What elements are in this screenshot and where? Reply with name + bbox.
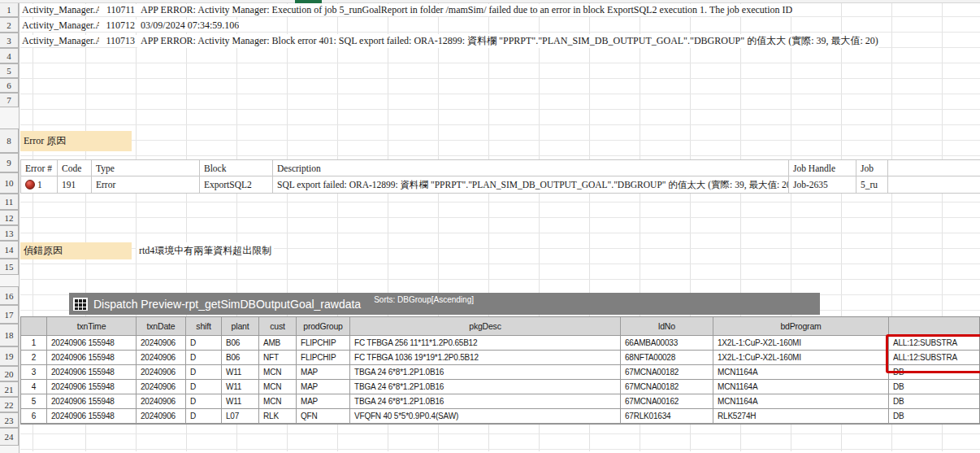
shift-cell[interactable]: D	[186, 409, 222, 423]
txnDate-cell[interactable]: 20240906	[137, 380, 186, 394]
prodGroup-cell[interactable]: MAP	[297, 394, 350, 408]
shift-cell[interactable]: D	[186, 351, 222, 364]
plant-cell[interactable]: W11	[222, 365, 259, 379]
log-file-cell[interactable]: Activity_Manager.AM.log	[20, 20, 99, 32]
code-cell[interactable]: 191	[58, 176, 92, 193]
log-line-cell[interactable]: 110711	[99, 4, 137, 16]
row-header-2[interactable]: 2	[0, 17, 19, 33]
extra-cell[interactable]: DB	[889, 380, 979, 394]
col-header-extra[interactable]	[889, 317, 979, 335]
shift-cell[interactable]: D	[186, 394, 222, 408]
txnTime-cell[interactable]: 20240906 155948	[47, 380, 137, 394]
prodGroup-cell[interactable]: FLIPCHIP	[297, 336, 350, 350]
log-file-cell[interactable]: Activity_Manager.AM.log	[20, 4, 99, 16]
row-header-14[interactable]: 14	[0, 241, 19, 259]
txnDate-cell[interactable]: 20240906	[137, 365, 186, 379]
txnDate-cell[interactable]: 20240906	[137, 351, 186, 364]
row-header-19[interactable]: 19	[0, 346, 19, 366]
row-header-6[interactable]: 6	[0, 78, 19, 93]
prodGroup-cell[interactable]: QFN	[297, 409, 350, 423]
col-header-job-handle[interactable]: Job Handle	[789, 160, 856, 176]
row-header-23[interactable]: 23	[0, 412, 19, 428]
cust-cell[interactable]: NFT	[259, 351, 297, 364]
plant-cell[interactable]: B06	[222, 351, 259, 364]
txnTime-cell[interactable]: 20240906 155948	[47, 394, 137, 408]
pkgDesc-cell[interactable]: FC TFBGA 256 11*11*1.2P0.65B12	[350, 336, 621, 350]
row-header-17[interactable]: 17	[0, 305, 19, 324]
job-handle-cell[interactable]: Job-2635	[789, 176, 856, 193]
plant-cell[interactable]: B06	[222, 336, 259, 350]
ldNo-cell[interactable]: 67RLK01634	[621, 409, 713, 423]
block-cell[interactable]: ExportSQL2	[200, 176, 273, 193]
error-cause-label-cell[interactable]: Error 原因	[20, 131, 132, 151]
row-header-22[interactable]: 22	[0, 397, 19, 412]
extra-cell[interactable]: DB	[889, 409, 979, 423]
txnTime-cell[interactable]: 20240906 155948	[47, 351, 137, 364]
type-cell[interactable]: Error	[92, 176, 200, 193]
pkgDesc-cell[interactable]: TBGA 24 6*8*1.2P1.0B16	[350, 365, 621, 379]
row-header-20[interactable]: 20	[0, 366, 19, 381]
bdProgram-cell[interactable]: MCN1164A	[713, 394, 889, 408]
col-header-pkgDesc[interactable]: pkgDesc	[350, 317, 621, 335]
col-header-txnTime[interactable]: txnTime	[47, 317, 137, 335]
log-message-cell[interactable]: APP ERROR: Activity Manager: Block error…	[137, 34, 878, 48]
pkgDesc-cell[interactable]: FC TFBGA 1036 19*19*1.2P0.5B12	[350, 351, 621, 364]
row-header-15[interactable]: 15	[0, 259, 19, 275]
row-header-8[interactable]: 8	[0, 128, 19, 153]
row-header-1[interactable]: 1	[0, 2, 19, 17]
ldNo-cell[interactable]: 67MCNA00162	[621, 394, 713, 408]
row-header-11[interactable]: 11	[0, 194, 19, 210]
seq-cell[interactable]: 2	[21, 351, 47, 364]
error-no-cell[interactable]: 1	[21, 176, 58, 193]
col-header-job[interactable]: Job	[856, 160, 888, 176]
debug-cause-label-cell[interactable]: 偵錯原因	[20, 242, 132, 259]
prodGroup-cell[interactable]: FLIPCHIP	[297, 351, 350, 364]
row-header-7[interactable]: 7	[0, 93, 19, 107]
col-header-type[interactable]: Type	[92, 160, 200, 176]
seq-cell[interactable]: 6	[21, 409, 47, 423]
log-line-cell[interactable]: 110713	[99, 35, 137, 47]
job-cell[interactable]: 5_ru	[856, 176, 888, 193]
log-line-cell[interactable]: 110712	[99, 20, 137, 32]
ldNo-cell[interactable]: 67MCNA00182	[621, 365, 713, 379]
bdProgram-cell[interactable]: 1X2L-1:CuP-X2L-160MI	[713, 351, 889, 364]
row-header-18[interactable]: 18	[0, 324, 19, 346]
col-header-error-no[interactable]: Error #	[21, 160, 58, 176]
row-header-4[interactable]: 4	[0, 48, 19, 63]
plant-cell[interactable]: L07	[222, 409, 259, 423]
txnTime-cell[interactable]: 20240906 155948	[47, 409, 137, 423]
row-header-21[interactable]: 21	[0, 381, 19, 397]
bdProgram-cell[interactable]: MCN1164A	[713, 365, 889, 379]
seq-cell[interactable]: 1	[21, 336, 47, 350]
debug-cause-value-cell[interactable]: rtd4環境中有兩筆資料超出限制	[137, 242, 274, 259]
pkgDesc-cell[interactable]: VFQFN 40 5*5*0.9P0.4(SAW)	[350, 409, 621, 423]
txnTime-cell[interactable]: 20240906 155948	[47, 365, 137, 379]
col-header-ldNo[interactable]: ldNo	[621, 317, 713, 335]
plant-cell[interactable]: W11	[222, 394, 259, 408]
seq-cell[interactable]: 3	[21, 365, 47, 379]
bdProgram-cell[interactable]: RLK5274H	[713, 409, 889, 423]
row-header-9[interactable]: 9	[0, 153, 19, 172]
plant-cell[interactable]: W11	[222, 380, 259, 394]
col-header-code[interactable]: Code	[58, 160, 92, 176]
bdProgram-cell[interactable]: MCN1164A	[713, 380, 889, 394]
col-header-plant[interactable]: plant	[222, 317, 259, 335]
row-header-16[interactable]: 16	[0, 286, 19, 305]
bdProgram-cell[interactable]: 1X2L-1:CuP-X2L-160MI	[713, 336, 889, 350]
prodGroup-cell[interactable]: MAP	[297, 380, 350, 394]
log-message-cell[interactable]: 03/09/2024 07:34:59.106	[137, 20, 239, 32]
ldNo-cell[interactable]: 67MCNA00182	[621, 380, 713, 394]
ldNo-cell[interactable]: 66AMBA00033	[621, 336, 713, 350]
txnDate-cell[interactable]: 20240906	[137, 394, 186, 408]
ldNo-cell[interactable]: 68NFTA00028	[621, 351, 713, 364]
log-message-cell[interactable]: APP ERROR: Activity Manager: Execution o…	[137, 4, 792, 16]
col-header-description[interactable]: Description	[273, 160, 789, 176]
pkgDesc-cell[interactable]: TBGA 24 6*8*1.2P1.0B16	[350, 394, 621, 408]
col-header-shift[interactable]: shift	[186, 317, 222, 335]
row-header-24[interactable]: 24	[0, 428, 19, 446]
col-header-prodGroup[interactable]: prodGroup	[297, 317, 350, 335]
pkgDesc-cell[interactable]: TBGA 24 6*8*1.2P1.0B16	[350, 380, 621, 394]
extra-cell[interactable]: DB	[889, 394, 979, 408]
txnDate-cell[interactable]: 20240906	[137, 336, 186, 350]
cust-cell[interactable]: MCN	[259, 380, 297, 394]
